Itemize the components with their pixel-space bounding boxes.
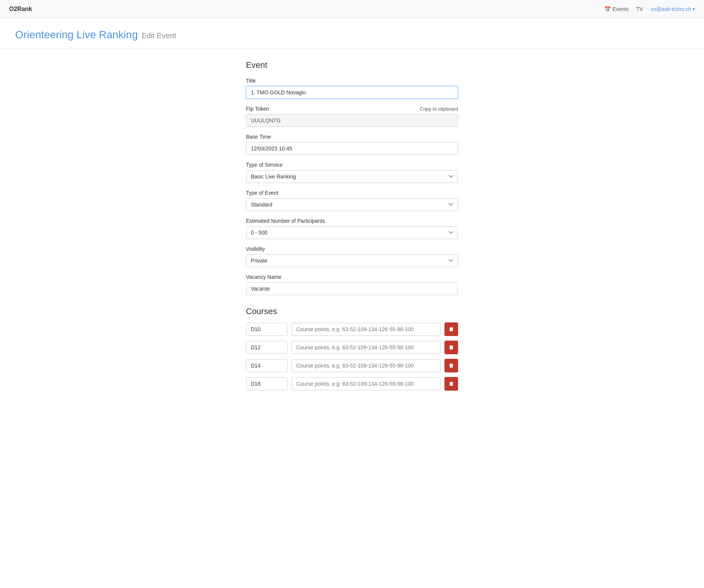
course-row bbox=[246, 359, 458, 372]
course-delete-button-0[interactable] bbox=[444, 322, 458, 336]
course-points-input-0[interactable] bbox=[291, 323, 441, 336]
title-field-group: Title bbox=[246, 78, 458, 99]
ftp-token-field-group: Ftp Token Copy to clipboard bbox=[246, 106, 458, 127]
course-row bbox=[246, 322, 458, 336]
ftp-token-label: Ftp Token bbox=[246, 106, 269, 112]
events-nav-link[interactable]: 📅 Events bbox=[604, 6, 629, 12]
navbar-right: 📅 Events TV co@asti-ticino.ch bbox=[604, 6, 695, 12]
vacancy-name-field-group: Vacancy Name bbox=[246, 274, 458, 295]
type-of-event-label: Type of Event bbox=[246, 190, 458, 196]
navbar: O2Rank 📅 Events TV co@asti-ticino.ch bbox=[0, 0, 704, 18]
main-content: Event Title Ftp Token Copy to clipboard … bbox=[238, 49, 466, 407]
ftp-token-input bbox=[246, 114, 458, 127]
vacancy-name-input[interactable] bbox=[246, 282, 458, 295]
base-time-input[interactable] bbox=[246, 142, 458, 155]
visibility-field-group: Visibility Private Public bbox=[246, 246, 458, 267]
event-section-title: Event bbox=[246, 60, 458, 70]
visibility-label: Visibility bbox=[246, 246, 458, 252]
estimated-participants-select[interactable]: 0 - 500 500 - 1000 1000+ bbox=[246, 226, 458, 239]
copy-to-clipboard-link[interactable]: Copy to clipboard bbox=[420, 106, 458, 112]
base-time-label: Base Time bbox=[246, 134, 458, 140]
tv-nav-link[interactable]: TV bbox=[636, 6, 643, 12]
course-points-input-1[interactable] bbox=[291, 341, 441, 354]
page-title: Orienteering Live Ranking Edit Event bbox=[15, 29, 689, 41]
course-name-input-2[interactable] bbox=[246, 359, 288, 372]
type-of-event-select[interactable]: Standard Relay Sprint bbox=[246, 198, 458, 211]
title-input[interactable] bbox=[246, 86, 458, 99]
courses-container bbox=[246, 322, 458, 391]
base-time-field-group: Base Time bbox=[246, 134, 458, 155]
estimated-participants-field-group: Estimated Number of Participants 0 - 500… bbox=[246, 218, 458, 239]
type-of-service-label: Type of Service bbox=[246, 162, 458, 168]
course-name-input-0[interactable] bbox=[246, 323, 288, 336]
course-delete-button-2[interactable] bbox=[444, 359, 458, 372]
event-section-title-group: Event bbox=[246, 60, 458, 70]
title-label: Title bbox=[246, 78, 458, 84]
visibility-select[interactable]: Private Public bbox=[246, 254, 458, 267]
course-row bbox=[246, 377, 458, 391]
page-header: Orienteering Live Ranking Edit Event bbox=[0, 18, 704, 49]
brand-logo: O2Rank bbox=[9, 6, 32, 13]
courses-section: Courses bbox=[246, 307, 458, 391]
course-points-input-2[interactable] bbox=[291, 359, 441, 372]
type-of-service-select[interactable]: Basic Live Ranking Advanced Live Ranking… bbox=[246, 170, 458, 183]
page-title-sub: Edit Event bbox=[142, 31, 176, 40]
courses-section-title: Courses bbox=[246, 307, 458, 316]
course-delete-button-1[interactable] bbox=[444, 341, 458, 354]
calendar-icon: 📅 bbox=[604, 6, 611, 12]
course-name-input-1[interactable] bbox=[246, 341, 288, 354]
type-of-service-field-group: Type of Service Basic Live Ranking Advan… bbox=[246, 162, 458, 183]
course-name-input-3[interactable] bbox=[246, 377, 288, 390]
vacancy-name-label: Vacancy Name bbox=[246, 274, 458, 280]
type-of-event-field-group: Type of Event Standard Relay Sprint bbox=[246, 190, 458, 211]
course-row bbox=[246, 341, 458, 354]
page-title-main: Orienteering Live Ranking bbox=[15, 29, 138, 41]
estimated-participants-label: Estimated Number of Participants bbox=[246, 218, 458, 224]
course-delete-button-3[interactable] bbox=[444, 377, 458, 391]
course-points-input-3[interactable] bbox=[291, 377, 441, 390]
user-menu[interactable]: co@asti-ticino.ch bbox=[651, 6, 695, 12]
ftp-token-label-row: Ftp Token Copy to clipboard bbox=[246, 106, 458, 112]
